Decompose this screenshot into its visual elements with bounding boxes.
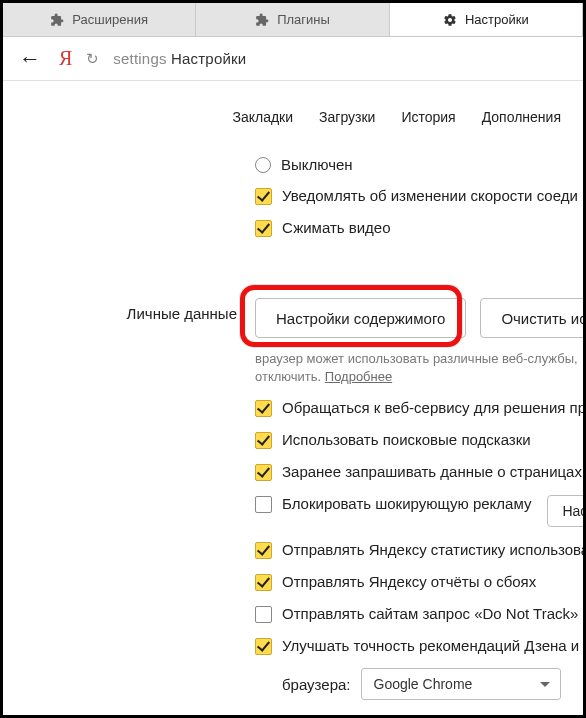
radio-icon (255, 157, 271, 173)
checkbox-icon (255, 432, 272, 449)
checkbox-icon (255, 188, 272, 205)
option-label: Отправлять Яндексу отчёты о сбоях (282, 573, 536, 590)
option-suggestions[interactable]: Использовать поисковые подсказки (255, 424, 586, 456)
option-block-ads[interactable]: Блокировать шокирующую рекламу Наст (255, 488, 586, 534)
browser-label: браузера: (282, 676, 351, 693)
checkbox-icon (255, 496, 272, 513)
option-prefetch[interactable]: Заранее запрашивать данные о страницах, (255, 456, 586, 488)
gear-icon (443, 13, 457, 27)
option-label: Уведомлять об изменении скорости соеди (282, 187, 578, 204)
option-label: Отправлять сайтам запрос «Do Not Track» … (282, 605, 586, 622)
hint-off: отключить. (255, 369, 321, 384)
reload-button[interactable]: ↻ (86, 50, 99, 68)
option-turbo-off[interactable]: Выключен (255, 149, 586, 180)
subnav-bookmarks[interactable]: Закладки (232, 109, 293, 125)
hint-text: враузер может использовать различные веб… (255, 351, 578, 366)
select-value: Google Chrome (374, 676, 473, 692)
option-label: Блокировать шокирующую рекламу (282, 495, 531, 512)
yandex-logo[interactable]: Я (59, 47, 72, 70)
option-label: Улучшать точность рекомендаций Дзена и (282, 637, 579, 654)
option-label: Обращаться к веб-сервису для решения пр (282, 399, 586, 416)
option-zen[interactable]: Улучшать точность рекомендаций Дзена и (255, 630, 586, 662)
option-web-service[interactable]: Обращаться к веб-сервису для решения пр (255, 392, 586, 424)
checkbox-icon (255, 638, 272, 655)
tab-label: Настройки (465, 12, 529, 27)
checkbox-icon (255, 542, 272, 559)
checkbox-icon (255, 400, 272, 417)
back-button[interactable]: ← (15, 46, 45, 72)
option-notify-speed[interactable]: Уведомлять об изменении скорости соеди (255, 180, 586, 212)
option-label: Отправлять Яндексу статистику использова (282, 541, 586, 558)
option-compress-video[interactable]: Сжимать видео (255, 212, 586, 244)
subnav-downloads[interactable]: Загрузки (319, 109, 375, 125)
block-ads-settings-button[interactable]: Наст (547, 495, 586, 527)
browser-toolbar: ← Я ↻ settings Настройки (3, 37, 583, 81)
browser-select[interactable]: Google Chrome (361, 668, 561, 700)
default-browser-row: браузера: Google Chrome (255, 662, 586, 700)
browser-tab-bar: Расширения Плагины Настройки (3, 3, 583, 37)
content-settings-button[interactable]: Настройки содержимого (255, 298, 466, 338)
option-send-crash[interactable]: Отправлять Яндексу отчёты о сбоях (255, 566, 586, 598)
checkbox-icon (255, 606, 272, 623)
tab-plugins[interactable]: Плагины (196, 3, 389, 36)
address-prefix: settings (113, 50, 166, 67)
tab-extensions[interactable]: Расширения (3, 3, 196, 36)
option-label: Заранее запрашивать данные о страницах, (282, 463, 586, 480)
checkbox-icon (255, 220, 272, 237)
hint-more-link[interactable]: Подробнее (325, 369, 392, 384)
address-page: Настройки (171, 50, 246, 67)
tab-label: Плагины (277, 12, 330, 27)
subnav-addons[interactable]: Дополнения (482, 109, 561, 125)
tab-label: Расширения (72, 12, 148, 27)
option-send-stats[interactable]: Отправлять Яндексу статистику использова (255, 534, 586, 566)
settings-content: Личные данные Выключен Уведомлять об изм… (3, 143, 583, 700)
settings-subnav: Закладки Загрузки История Дополнения (3, 81, 583, 143)
clear-history-button[interactable]: Очистить исто (480, 298, 586, 338)
checkbox-icon (255, 574, 272, 591)
option-label: Использовать поисковые подсказки (282, 431, 531, 448)
puzzle-icon (255, 13, 269, 27)
checkbox-icon (255, 464, 272, 481)
option-label: Выключен (281, 156, 353, 173)
tab-settings[interactable]: Настройки (390, 3, 583, 36)
subnav-history[interactable]: История (401, 109, 455, 125)
puzzle-icon (50, 13, 64, 27)
option-label: Сжимать видео (282, 219, 391, 236)
section-title-personal: Личные данные (27, 149, 237, 700)
services-hint: враузер может использовать различные веб… (255, 346, 586, 392)
address-bar[interactable]: settings Настройки (113, 50, 571, 67)
option-dnt[interactable]: Отправлять сайтам запрос «Do Not Track» … (255, 598, 586, 630)
